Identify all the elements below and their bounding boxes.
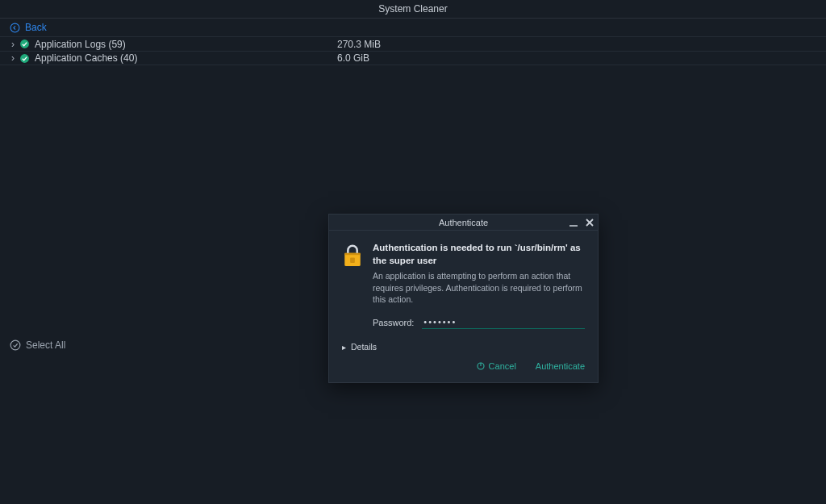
svg-point-3 <box>10 340 20 350</box>
power-icon <box>476 361 486 371</box>
check-circle-outline-icon <box>10 339 21 351</box>
minimize-button[interactable] <box>569 218 578 227</box>
details-toggle[interactable]: ▸ Details <box>329 332 598 352</box>
chevron-right-icon: ▸ <box>342 343 346 352</box>
close-icon <box>585 218 594 227</box>
list-item-size: 270.3 MiB <box>337 39 381 50</box>
lock-icon <box>342 244 363 268</box>
select-all-label: Select All <box>26 339 65 351</box>
password-label: Password: <box>373 318 414 327</box>
category-list: › Application Logs (59) 270.3 MiB › Appl… <box>0 36 826 65</box>
dialog-heading: Authentication is needed to run `/usr/bi… <box>373 242 585 267</box>
list-item[interactable]: › Application Caches (40) 6.0 GiB <box>0 51 826 65</box>
cancel-label: Cancel <box>489 361 516 371</box>
close-button[interactable] <box>585 218 594 227</box>
list-item-size: 6.0 GiB <box>337 52 369 64</box>
select-all-button[interactable]: Select All <box>10 339 65 351</box>
authenticate-button[interactable]: Authenticate <box>536 361 585 371</box>
window-title: System Cleaner <box>0 0 826 18</box>
list-item-label: Application Logs (59) <box>35 39 126 50</box>
back-arrow-icon <box>10 23 20 33</box>
cancel-button[interactable]: Cancel <box>476 361 516 371</box>
check-circle-icon <box>19 39 30 49</box>
svg-rect-8 <box>344 253 361 255</box>
list-item[interactable]: › Application Logs (59) 270.3 MiB <box>0 36 826 51</box>
chevron-right-icon: › <box>10 39 16 50</box>
authenticate-dialog: Authenticate Authentication is needed <box>328 214 599 383</box>
chevron-right-icon: › <box>10 52 16 64</box>
back-label: Back <box>25 22 47 33</box>
authenticate-label: Authenticate <box>536 361 585 371</box>
minimize-icon <box>569 218 578 227</box>
svg-rect-9 <box>350 257 355 263</box>
password-input[interactable] <box>422 315 585 329</box>
dialog-description: An application is attempting to perform … <box>373 270 585 306</box>
svg-point-1 <box>20 40 29 48</box>
svg-point-0 <box>10 23 19 32</box>
back-button[interactable]: Back <box>0 19 826 36</box>
check-circle-icon <box>19 53 30 64</box>
list-item-label: Application Caches (40) <box>35 52 137 64</box>
dialog-titlebar[interactable]: Authenticate <box>329 215 598 231</box>
dialog-title: Authenticate <box>329 218 598 227</box>
svg-point-2 <box>20 54 29 63</box>
details-label: Details <box>351 342 377 352</box>
